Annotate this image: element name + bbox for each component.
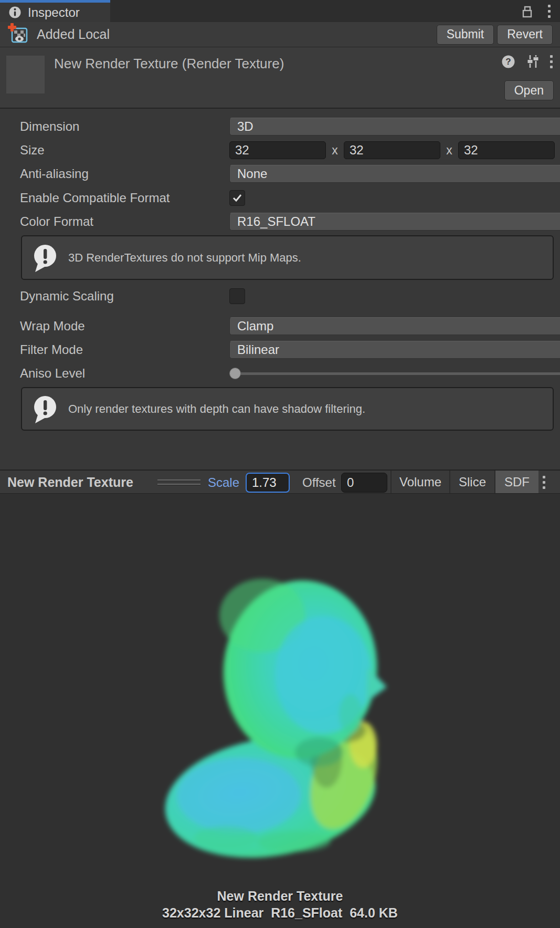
vcs-added-local-icon <box>7 23 30 46</box>
aniso-level-row: Aniso Level 0 <box>0 364 560 382</box>
enable-compatible-format-checkbox[interactable] <box>229 190 245 206</box>
size-z-field[interactable]: 32 <box>458 141 555 159</box>
dimension-row: Dimension 3D <box>0 118 560 135</box>
preview-menu-kebab-icon[interactable] <box>543 476 545 489</box>
revert-button[interactable]: Revert <box>497 25 553 45</box>
help-icon[interactable]: ? <box>501 55 515 69</box>
preview-info-specs: 32x32x32 Linear R16_SFloat 64.0 KB <box>0 905 560 921</box>
tab-inspector[interactable]: Inspector <box>0 0 110 22</box>
preview-toolbar: New Render Texture Scale 1.73 Offset 0 V… <box>0 470 560 494</box>
mip-maps-warning-box: 3D RenderTextures do not support Mip Map… <box>21 235 554 280</box>
filter-mode-dropdown[interactable]: Bilinear <box>229 341 560 359</box>
info-icon <box>8 6 22 19</box>
filter-mode-label: Filter Mode <box>20 342 83 357</box>
warning-bubble-icon <box>30 394 60 424</box>
anti-aliasing-label: Anti-aliasing <box>20 166 89 181</box>
asset-header: New Render Texture (Render Texture) ? Op… <box>0 47 560 109</box>
tab-bar: Inspector <box>0 0 560 22</box>
size-separator: x <box>326 143 344 158</box>
preview-scale-field[interactable]: 1.73 <box>246 473 290 493</box>
asset-thumbnail <box>6 56 45 93</box>
wrap-mode-value: Clamp <box>237 319 273 333</box>
preview-title: New Render Texture <box>7 475 133 490</box>
preview-volume-button[interactable]: Volume <box>390 471 449 493</box>
anti-aliasing-row: Anti-aliasing None <box>0 165 560 183</box>
render-texture-bust-preview <box>0 494 560 928</box>
checkmark-icon <box>231 192 243 204</box>
color-format-dropdown[interactable]: R16_SFLOAT <box>229 213 560 231</box>
dynamic-scaling-row: Dynamic Scaling <box>0 287 560 305</box>
vcs-status-label: Added Local <box>37 27 110 42</box>
filter-mode-row: Filter Mode Bilinear <box>0 341 560 359</box>
warning-bubble-icon <box>30 243 60 273</box>
size-y-field[interactable]: 32 <box>344 141 440 159</box>
preview-scale-label[interactable]: Scale <box>208 475 239 490</box>
submit-button[interactable]: Submit <box>437 25 494 45</box>
tab-menu-kebab-icon[interactable] <box>548 5 551 18</box>
preview-drag-handle-icon[interactable] <box>157 479 200 488</box>
color-format-label: Color Format <box>20 214 93 229</box>
preview-info-name: New Render Texture <box>0 889 560 904</box>
preview-offset-label: Offset <box>302 475 336 490</box>
size-separator: x <box>440 143 458 158</box>
open-button[interactable]: Open <box>504 80 554 100</box>
inspector-body: Dimension 3D Size 32 x 32 x 32 Anti-alia… <box>0 109 560 470</box>
dimension-label: Dimension <box>20 119 79 134</box>
enable-compatible-format-label: Enable Compatible Format <box>20 191 170 205</box>
unlock-icon[interactable] <box>521 3 534 19</box>
shadow-filtering-warning-text: Only render textures with depth can have… <box>68 402 365 416</box>
size-label: Size <box>20 143 45 158</box>
size-row: Size 32 x 32 x 32 <box>0 141 560 159</box>
filter-mode-value: Bilinear <box>237 342 279 357</box>
anti-aliasing-value: None <box>237 166 267 181</box>
wrap-mode-label: Wrap Mode <box>20 319 85 333</box>
enable-compatible-format-row: Enable Compatible Format <box>0 189 560 207</box>
dimension-dropdown[interactable]: 3D <box>229 118 560 135</box>
dynamic-scaling-label: Dynamic Scaling <box>20 289 114 304</box>
anti-aliasing-dropdown[interactable]: None <box>229 165 560 183</box>
asset-title: New Render Texture (Render Texture) <box>54 56 284 72</box>
wrap-mode-row: Wrap Mode Clamp <box>0 317 560 335</box>
preview-slice-button[interactable]: Slice <box>449 471 494 493</box>
size-x-field[interactable]: 32 <box>229 141 326 159</box>
header-menu-kebab-icon[interactable] <box>550 55 553 68</box>
preview-canvas[interactable]: New Render Texture 32x32x32 Linear R16_S… <box>0 494 560 928</box>
version-control-bar: Added Local Submit Revert <box>0 22 560 47</box>
presets-icon[interactable] <box>525 54 541 69</box>
shadow-filtering-warning-box: Only render textures with depth can have… <box>21 387 554 431</box>
slider-handle[interactable] <box>229 368 241 379</box>
aniso-level-slider[interactable] <box>229 364 560 382</box>
color-format-value: R16_SFLOAT <box>237 214 315 229</box>
tab-label: Inspector <box>28 5 80 20</box>
wrap-mode-dropdown[interactable]: Clamp <box>229 317 560 335</box>
preview-sdf-button[interactable]: SDF <box>494 471 538 493</box>
color-format-row: Color Format R16_SFLOAT <box>0 213 560 231</box>
svg-text:?: ? <box>505 57 511 67</box>
mip-maps-warning-text: 3D RenderTextures do not support Mip Map… <box>68 251 301 265</box>
dynamic-scaling-checkbox[interactable] <box>229 288 245 304</box>
preview-offset-field[interactable]: 0 <box>341 473 387 493</box>
dimension-value: 3D <box>237 119 253 134</box>
aniso-level-label: Aniso Level <box>20 366 85 381</box>
